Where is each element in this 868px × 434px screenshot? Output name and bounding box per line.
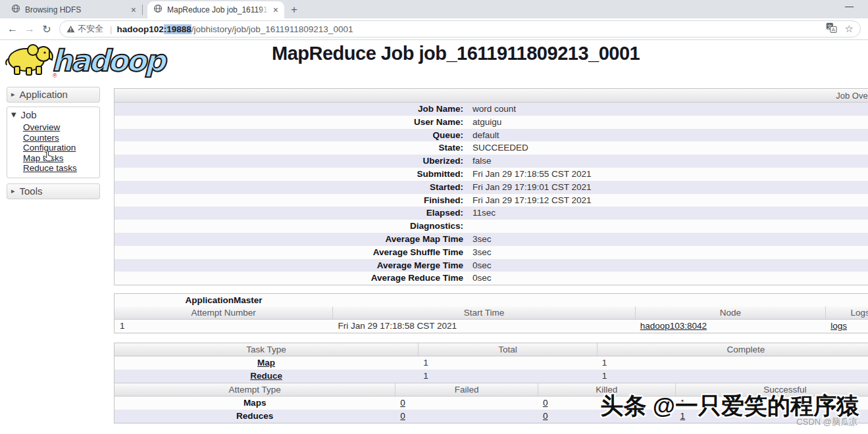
hadoop-logo: hadoop ®	[0, 40, 197, 81]
sidebar-job-header[interactable]: ▾ Job	[11, 108, 95, 120]
table-header-row: Attempt Number Start Time Node Logs	[115, 306, 868, 320]
warning-triangle-icon	[66, 25, 75, 33]
logs-link[interactable]: logs	[830, 321, 847, 331]
bookmark-star-icon[interactable]: ☆	[845, 23, 854, 35]
column-header: Total	[418, 343, 597, 356]
close-icon[interactable]: ×	[131, 5, 136, 14]
mouse-cursor-hand-icon	[43, 151, 53, 164]
address-bar[interactable]: 不安全 | hadoop102:19888/jobhistory/job/job…	[59, 20, 861, 37]
tab-separator	[142, 5, 143, 15]
table-row: 1 Fri Jan 29 17:18:58 CST 2021 hadoop103…	[115, 320, 868, 333]
logo-registered-mark: ®	[53, 72, 57, 78]
url-path: /jobhistory/job/job_1611911809213_0001	[191, 24, 353, 34]
overview-value: Fri Jan 29 17:18:55 CST 2021	[467, 168, 592, 181]
killed-reduces-link[interactable]: 0	[543, 411, 548, 421]
not-secure-warning[interactable]: 不安全	[66, 23, 103, 35]
sidebar-job-label: Job	[21, 109, 37, 120]
sidebar-link-reduce-tasks[interactable]: Reduce tasks	[23, 163, 95, 174]
overview-label: Uberized:	[115, 155, 467, 168]
table-row: Elapsed:11sec	[115, 206, 868, 220]
logs-cell: logs	[825, 320, 868, 333]
table-row: User Name:atguigu	[115, 116, 868, 129]
overview-label: Average Shuffle Time	[115, 246, 467, 259]
overview-value: 0sec	[467, 259, 492, 272]
column-header: Complete	[597, 343, 868, 356]
column-header: Failed	[395, 383, 538, 396]
globe-icon	[11, 4, 20, 16]
sidebar-link-counters[interactable]: Counters	[23, 133, 95, 143]
sidebar-link-configuration[interactable]: Configuration	[23, 143, 95, 153]
overview-value: 11sec	[467, 206, 496, 220]
back-button[interactable]: ←	[4, 23, 21, 35]
task-summary-table: Task Type Total Complete Map 1 1 Reduce …	[114, 343, 868, 383]
application-master-table: ApplicationMaster Attempt Number Start T…	[114, 293, 868, 333]
sidebar-section-job: ▾ Job Overview Counters Configuration Ma…	[7, 107, 100, 178]
table-row: Average Map Time3sec	[115, 233, 868, 246]
window-minimize-button[interactable]: —	[845, 1, 854, 11]
sidebar-section-application[interactable]: ▸ Application	[7, 87, 100, 103]
svg-text:A: A	[831, 27, 835, 33]
main-content: Job Overview Job Name:word count User Na…	[114, 88, 868, 423]
new-tab-button[interactable]: +	[291, 3, 297, 16]
sidebar-section-tools[interactable]: ▸ Tools	[7, 183, 100, 199]
table-row: Average Shuffle Time3sec	[115, 246, 868, 259]
watermark-csdn: CSDN @脑瓜凉	[796, 416, 857, 428]
table-row: Submitted:Fri Jan 29 17:18:55 CST 2021	[115, 168, 868, 181]
node-link[interactable]: hadoop103:8042	[640, 321, 707, 331]
sidebar-tools-label: Tools	[20, 185, 43, 197]
failed-reduces-link[interactable]: 0	[400, 411, 405, 421]
overview-value: SUCCEEDED	[467, 141, 528, 155]
translate-icon[interactable]: 文A	[826, 22, 837, 36]
table-row: Queue:default	[115, 129, 868, 142]
page-title: MapReduce Job job_1611911809213_0001	[272, 43, 640, 64]
table-row: State:SUCCEEDED	[115, 141, 868, 155]
overview-label: Queue:	[115, 129, 467, 142]
node-cell: hadoop103:8042	[635, 320, 826, 333]
start-time-cell: Fri Jan 29 17:18:58 CST 2021	[332, 320, 634, 333]
table-row: Map 1 1	[115, 356, 868, 370]
url-separator: |	[110, 24, 112, 34]
overview-value	[467, 220, 472, 233]
close-icon[interactable]: ×	[273, 5, 278, 14]
table-row: Reduce 1 1	[115, 370, 868, 383]
table-header-row: Task Type Total Complete	[115, 343, 868, 356]
sidebar-nav: ▸ Application ▾ Job Overview Counters Co…	[7, 87, 100, 203]
failed-maps-link[interactable]: 0	[400, 398, 405, 408]
overview-value: atguigu	[467, 116, 501, 129]
column-header: Task Type	[115, 343, 418, 356]
sidebar-link-map-tasks[interactable]: Map tasks	[23, 153, 95, 164]
attempt-type-cell: Maps	[115, 397, 395, 410]
task-type-cell: Reduce	[115, 370, 418, 383]
column-header: Attempt Number	[115, 306, 332, 319]
tab-title: Browsing HDFS	[25, 5, 126, 14]
application-master-title: ApplicationMaster	[115, 294, 333, 306]
chevron-right-icon: ▸	[11, 187, 15, 195]
overview-label: Average Reduce Time	[115, 272, 467, 285]
sidebar-application-label: Application	[20, 89, 68, 100]
reload-button[interactable]: ↻	[38, 23, 55, 36]
failed-cell: 0	[395, 397, 538, 410]
map-tasks-link[interactable]: Map	[257, 358, 275, 368]
url-text[interactable]: hadoop102:19888/jobhistory/job/job_16119…	[116, 24, 820, 34]
not-secure-label: 不安全	[78, 23, 103, 35]
overview-value: default	[467, 129, 499, 142]
column-header: Start Time	[332, 306, 634, 319]
chevron-down-icon: ▾	[11, 108, 16, 120]
overview-value: Fri Jan 29 17:19:01 CST 2021	[467, 181, 592, 194]
table-row: Finished:Fri Jan 29 17:19:12 CST 2021	[115, 194, 868, 207]
killed-maps-link[interactable]: 0	[543, 398, 548, 408]
forward-button[interactable]: →	[21, 23, 38, 35]
overview-label: Started:	[115, 181, 467, 194]
complete-cell: 1	[597, 370, 868, 383]
overview-value: false	[467, 155, 492, 168]
globe-icon	[153, 4, 163, 16]
tab-mapreduce-job[interactable]: MapReduce Job job_16119118 ×	[147, 1, 284, 18]
overview-label: User Name:	[115, 116, 467, 129]
overview-label: Average Map Time	[115, 233, 467, 246]
table-row: Started:Fri Jan 29 17:19:01 CST 2021	[115, 181, 868, 194]
column-header: Attempt Type	[115, 383, 395, 396]
sidebar-link-overview[interactable]: Overview	[23, 122, 95, 133]
tab-browsing-hdfs[interactable]: Browsing HDFS ×	[5, 1, 142, 18]
reduce-tasks-link[interactable]: Reduce	[250, 371, 282, 381]
column-header: Logs	[825, 306, 868, 319]
